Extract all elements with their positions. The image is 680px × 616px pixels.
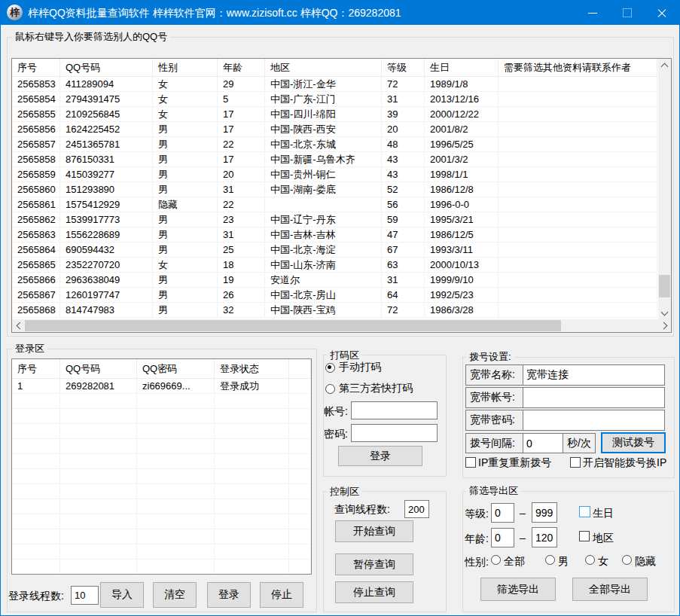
birthday-checkbox-label[interactable]: 生日 — [593, 507, 614, 520]
column-header[interactable]: 年龄 — [218, 59, 265, 77]
vertical-scrollbar[interactable] — [658, 59, 671, 319]
scroll-down-button[interactable] — [658, 306, 671, 319]
table-cell — [499, 92, 657, 107]
login-thread-input[interactable] — [71, 586, 99, 605]
captcha-login-button[interactable]: 登录 — [338, 446, 422, 466]
column-header[interactable] — [289, 359, 311, 379]
table-row[interactable]: 25658631556228689男31中国-吉林-吉林471986/12/5 — [12, 227, 671, 242]
gender-hidden-radio[interactable] — [622, 555, 632, 565]
table-row[interactable]: 25658552109256845女17中国-四川-绵阳392000/12/22 — [12, 107, 671, 122]
maximize-button[interactable] — [610, 1, 645, 25]
gender-female-label[interactable]: 女 — [598, 555, 608, 569]
table-row[interactable]: 1269282081zi669669...登录成功 — [12, 379, 311, 394]
manual-captcha-label[interactable]: 手动打码 — [339, 361, 381, 374]
gender-all-radio[interactable] — [491, 555, 501, 565]
column-header[interactable]: QQ号码 — [60, 59, 153, 77]
import-button[interactable]: 导入 — [100, 582, 144, 608]
broadband-name-input[interactable] — [523, 364, 665, 386]
gender-female-radio[interactable] — [585, 555, 595, 565]
table-row[interactable]: 2565853411289094女29中国-浙江-金华721989/1/8 — [12, 77, 671, 92]
export-filtered-button[interactable]: 筛选导出 — [480, 578, 556, 601]
table-cell — [289, 424, 311, 439]
table-cell — [499, 288, 657, 303]
level-min-input[interactable] — [491, 503, 514, 523]
scroll-left-button[interactable] — [12, 319, 25, 332]
captcha-account-input[interactable] — [351, 401, 438, 419]
redial-checkbox[interactable] — [465, 457, 476, 468]
test-dial-button[interactable]: 测试拨号 — [601, 432, 666, 453]
minimize-button[interactable] — [575, 1, 610, 25]
age-max-input[interactable] — [532, 527, 557, 547]
birthday-checkbox[interactable] — [579, 506, 590, 517]
gender-male-label[interactable]: 男 — [558, 555, 569, 569]
column-header[interactable]: 生日 — [425, 59, 499, 77]
query-thread-input[interactable] — [404, 500, 429, 518]
login-button[interactable]: 登录 — [207, 582, 251, 608]
redial-checkbox-label[interactable]: IP重复重新拨号 — [478, 456, 551, 470]
table-row[interactable]: 25658542794391475女5中国-广东-江门312013/12/16 — [12, 92, 671, 107]
level-max-input[interactable] — [532, 502, 557, 523]
table-row[interactable]: 25658572451365781男22中国-北京-东城481996/5/25 — [12, 137, 671, 152]
thirdparty-captcha-label[interactable]: 第三方若快打码 — [339, 382, 413, 395]
column-header[interactable]: 地区 — [265, 59, 382, 77]
table-cell: 2565858 — [12, 152, 60, 167]
column-header[interactable]: 需要筛选其他资料请联系作者 — [499, 59, 657, 77]
table-cell: 56 — [382, 197, 425, 212]
dial-interval-input[interactable] — [523, 433, 563, 453]
table-row[interactable]: 2565868814747983男32中国-陕西-宝鸡721986/3/28 — [12, 303, 671, 318]
broadband-account-input[interactable] — [523, 387, 665, 408]
broadband-password-input[interactable] — [523, 410, 665, 431]
export-all-button[interactable]: 全部导出 — [572, 578, 648, 601]
gender-hidden-label[interactable]: 隐藏 — [635, 555, 656, 569]
table-row[interactable]: 2565858876150331男17中国-新疆-乌鲁木齐432001/3/2 — [12, 152, 671, 167]
scroll-up-button[interactable] — [658, 59, 671, 72]
table-row[interactable]: 2565859415039277男20中国-贵州-铜仁431998/1/1 — [12, 167, 671, 182]
column-header[interactable]: QQ密码 — [137, 359, 215, 379]
table-cell: 1993/3/11 — [425, 242, 499, 258]
smart-dial-checkbox-label[interactable]: 开启智能拨号换IP — [583, 456, 666, 470]
table-row[interactable]: 2565864690594432男25中国-北京-海淀671993/3/11 — [12, 242, 671, 258]
smart-dial-checkbox[interactable] — [570, 457, 581, 468]
table-row-empty — [12, 514, 311, 529]
table-cell — [60, 409, 137, 424]
table-cell — [289, 379, 311, 394]
table-row[interactable]: 25658662963638049男19安道尔311999/9/10 — [12, 273, 671, 288]
table-cell: 2565856 — [12, 122, 60, 137]
table-row[interactable]: 25658621539917773男23中国-辽宁-丹东591995/3/21 — [12, 212, 671, 227]
table-row[interactable]: 25658561624225452男17中国-陕西-西安202001/8/2 — [12, 122, 671, 137]
table-cell — [137, 529, 215, 544]
horizontal-scrollbar[interactable] — [12, 319, 671, 332]
column-header[interactable]: 性别 — [153, 59, 218, 77]
column-header[interactable]: 登录状态 — [215, 359, 289, 379]
column-header[interactable]: 等级 — [382, 59, 425, 77]
scroll-right-button[interactable] — [658, 319, 671, 332]
vertical-scroll-thumb[interactable] — [659, 275, 670, 297]
start-query-button[interactable]: 开始查询 — [335, 520, 413, 542]
gender-all-label[interactable]: 全部 — [504, 555, 525, 569]
region-checkbox[interactable] — [579, 531, 590, 541]
manual-captcha-radio[interactable] — [325, 363, 335, 373]
column-header[interactable]: 序号 — [12, 359, 60, 379]
table-cell — [499, 273, 657, 288]
table-row[interactable]: 25658611575412929隐藏22561996-0-0 — [12, 197, 671, 212]
stop-button[interactable]: 停止 — [260, 582, 303, 608]
table-row[interactable]: 25658671260197747男26中国-北京-房山641992/5/23 — [12, 288, 671, 303]
thirdparty-captcha-radio[interactable] — [325, 384, 335, 394]
table-cell: 2565864 — [12, 242, 60, 258]
column-header[interactable]: QQ号码 — [60, 359, 137, 379]
table-cell — [12, 424, 60, 439]
table-cell: 17 — [218, 152, 265, 167]
table-row[interactable]: 2565860151293890男31中国-湖南-娄底521986/12/8 — [12, 182, 671, 197]
stop-query-button[interactable]: 停止查询 — [335, 581, 413, 603]
captcha-password-input[interactable] — [351, 424, 438, 442]
region-checkbox-label[interactable]: 地区 — [593, 532, 614, 545]
close-button[interactable] — [645, 1, 679, 25]
gender-male-radio[interactable] — [545, 555, 555, 565]
age-min-input[interactable] — [491, 528, 514, 547]
pause-query-button[interactable]: 暂停查询 — [335, 553, 413, 575]
column-header[interactable]: 序号 — [12, 59, 60, 77]
table-cell — [137, 544, 215, 560]
table-row[interactable]: 25658652352270720女18中国-山东-济南632000/10/13 — [12, 258, 671, 273]
clear-button[interactable]: 清空 — [153, 582, 197, 608]
horizontal-scroll-thumb[interactable] — [25, 320, 561, 331]
